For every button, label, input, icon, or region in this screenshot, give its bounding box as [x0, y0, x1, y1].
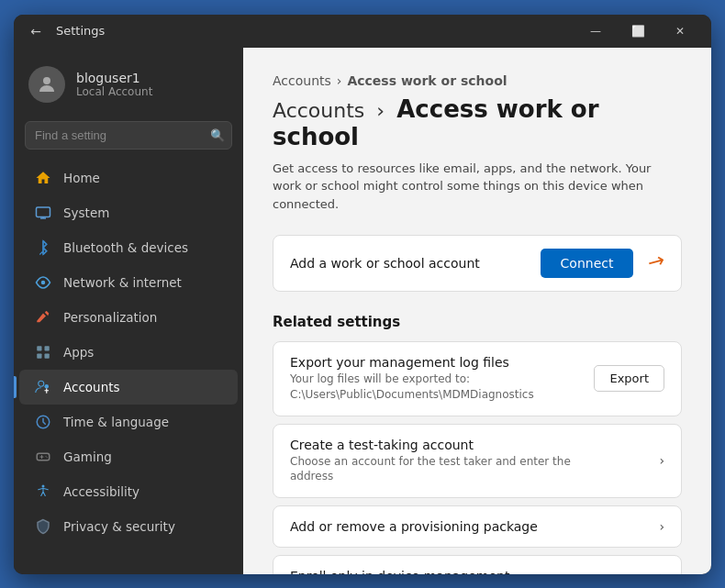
nav-list: HomeSystemBluetooth & devicesNetwork & i…	[14, 161, 243, 544]
sidebar-item-label: Privacy & security	[63, 519, 175, 534]
privacy-nav-icon	[34, 517, 52, 536]
settings-card-title: Enroll only in device management	[290, 569, 509, 573]
settings-card-desc: Choose an account for the test taker and…	[290, 454, 602, 485]
maximize-button[interactable]: ⬜	[618, 17, 658, 46]
sidebar-item-privacy[interactable]: Privacy & security	[19, 509, 238, 544]
apps-nav-icon	[34, 343, 52, 361]
minimize-button[interactable]: —	[575, 17, 616, 46]
close-icon: ✕	[675, 25, 685, 38]
user-section: bloguser1 Local Account	[14, 59, 243, 117]
bluetooth-nav-icon	[34, 239, 52, 257]
breadcrumb-parent: Accounts	[273, 73, 331, 88]
network-nav-icon	[34, 273, 52, 292]
page-description: Get access to resources like email, apps…	[273, 160, 658, 214]
connect-button[interactable]: Connect	[541, 249, 634, 278]
cursor-arrow-icon: ↗	[643, 247, 669, 275]
sidebar-item-label: Accounts	[63, 380, 120, 394]
minimize-icon: —	[590, 25, 601, 38]
sidebar-item-home[interactable]: Home	[19, 161, 238, 195]
related-settings-heading: Related settings	[273, 314, 682, 330]
search-icon: 🔍	[210, 128, 225, 142]
svg-rect-4	[45, 346, 50, 350]
test-account-chevron: ›	[659, 453, 664, 468]
sidebar-item-network[interactable]: Network & internet	[19, 265, 238, 300]
sidebar: bloguser1 Local Account 🔍 HomeSystemBlue…	[14, 48, 243, 574]
export-logs-action[interactable]: Export	[594, 365, 664, 392]
sidebar-item-label: Apps	[63, 345, 94, 360]
main-content: Accounts › Access work or school Account…	[243, 48, 711, 574]
breadcrumb-prefix: Accounts	[273, 99, 364, 122]
back-icon: ←	[30, 24, 41, 39]
sidebar-item-label: Personalization	[63, 310, 157, 325]
sidebar-item-label: Accessibility	[63, 484, 139, 499]
sidebar-item-time[interactable]: Time & language	[19, 405, 238, 439]
sidebar-item-accounts[interactable]: Accounts	[19, 370, 238, 405]
content-area: bloguser1 Local Account 🔍 HomeSystemBlue…	[14, 48, 711, 574]
sidebar-item-bluetooth[interactable]: Bluetooth & devices	[19, 230, 238, 265]
settings-window: ← Settings — ⬜ ✕	[14, 15, 711, 574]
svg-point-7	[39, 381, 44, 386]
sidebar-item-system[interactable]: System	[19, 195, 238, 230]
svg-rect-5	[37, 353, 41, 358]
settings-card-info: Export your management log filesYour log…	[290, 355, 583, 403]
sidebar-item-label: Gaming	[63, 449, 112, 464]
search-box: 🔍	[25, 121, 232, 150]
settings-card-info: Create a test-taking accountChoose an ac…	[290, 438, 602, 485]
maximize-icon: ⬜	[631, 25, 645, 38]
svg-point-11	[42, 484, 45, 487]
enroll-chevron: ›	[659, 569, 664, 573]
titlebar-title: Settings	[56, 24, 105, 38]
title-sep: ›	[376, 99, 385, 122]
sidebar-item-label: System	[63, 205, 109, 220]
sidebar-item-label: Bluetooth & devices	[63, 240, 188, 255]
settings-card-provisioning[interactable]: Add or remove a provisioning package›	[273, 505, 682, 548]
titlebar-left: ← Settings	[25, 20, 575, 42]
breadcrumb-sep: ›	[337, 73, 342, 88]
provisioning-chevron: ›	[659, 519, 664, 534]
gaming-nav-icon	[34, 448, 52, 466]
time-nav-icon	[34, 413, 52, 431]
back-button[interactable]: ←	[25, 20, 47, 42]
sidebar-item-gaming[interactable]: Gaming	[19, 439, 238, 474]
breadcrumb: Accounts › Access work or school	[273, 73, 682, 88]
sidebar-item-personalization[interactable]: Personalization	[19, 300, 238, 335]
settings-card-export-logs[interactable]: Export your management log filesYour log…	[273, 341, 682, 416]
settings-card-test-account[interactable]: Create a test-taking accountChoose an ac…	[273, 424, 682, 499]
svg-rect-1	[37, 207, 50, 217]
system-nav-icon	[34, 204, 52, 222]
close-button[interactable]: ✕	[660, 17, 700, 46]
settings-card-title: Export your management log files	[290, 355, 583, 370]
settings-card-desc: Your log files will be exported to: C:\U…	[290, 372, 583, 403]
svg-point-2	[41, 280, 46, 284]
search-input[interactable]	[25, 121, 232, 150]
user-info: bloguser1 Local Account	[76, 71, 152, 98]
avatar	[28, 66, 65, 103]
svg-point-0	[43, 77, 50, 84]
page-title-inline: Access work or school	[347, 73, 507, 88]
home-nav-icon	[34, 169, 52, 187]
svg-point-8	[45, 384, 50, 389]
svg-rect-6	[45, 353, 50, 358]
settings-card-title: Add or remove a provisioning package	[290, 519, 538, 534]
sidebar-item-label: Network & internet	[63, 275, 182, 290]
settings-card-info: Enroll only in device management	[290, 569, 509, 573]
settings-card-enroll[interactable]: Enroll only in device management›	[273, 555, 682, 573]
sidebar-item-label: Home	[63, 171, 100, 185]
titlebar: ← Settings — ⬜ ✕	[14, 15, 711, 48]
add-account-label: Add a work or school account	[290, 256, 480, 271]
settings-card-info: Add or remove a provisioning package	[290, 519, 538, 534]
sidebar-item-apps[interactable]: Apps	[19, 335, 238, 370]
settings-card-title: Create a test-taking account	[290, 438, 602, 452]
personalization-nav-icon	[34, 308, 52, 327]
add-account-row: Add a work or school account Connect ↗	[273, 235, 682, 292]
titlebar-controls: — ⬜ ✕	[575, 17, 700, 46]
accessibility-nav-icon	[34, 483, 52, 501]
page-title: Accounts › Access work or school	[273, 95, 682, 150]
sidebar-item-accessibility[interactable]: Accessibility	[19, 474, 238, 509]
connect-section: Connect ↗	[541, 249, 664, 278]
settings-cards-list: Export your management log filesYour log…	[273, 341, 682, 574]
svg-rect-3	[37, 346, 41, 350]
user-type: Local Account	[76, 85, 152, 98]
export-logs-button[interactable]: Export	[594, 365, 664, 392]
accounts-nav-icon	[34, 378, 52, 396]
